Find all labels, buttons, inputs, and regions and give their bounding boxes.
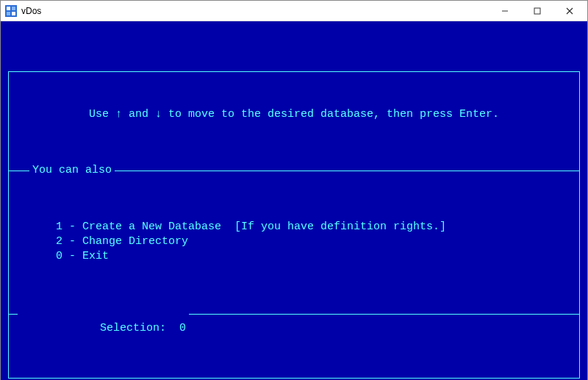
- app-icon: [5, 5, 17, 17]
- window-title: vDos: [21, 6, 41, 16]
- menu-box: Use ↑ and ↓ to move to the desired datab…: [8, 71, 580, 379]
- selection-value[interactable]: 0: [179, 322, 186, 334]
- svg-rect-4: [12, 12, 15, 15]
- app-window: vDos Use ↑ and ↓ to move to the desired …: [0, 0, 588, 380]
- menu-option[interactable]: 1 - Create a New Database [If you have d…: [56, 220, 579, 234]
- titlebar: vDos: [1, 1, 587, 21]
- maximize-button[interactable]: [521, 1, 553, 21]
- svg-rect-6: [534, 8, 540, 14]
- svg-rect-2: [12, 7, 15, 10]
- selection-label: Selection:: [100, 322, 166, 334]
- menu-option[interactable]: 0 - Exit: [56, 249, 579, 264]
- minimize-button[interactable]: [489, 1, 521, 21]
- svg-rect-3: [7, 12, 10, 15]
- selection-row: Selection: 0: [9, 314, 579, 315]
- options-box: You can also 1 - Create a New Database […: [9, 171, 579, 344]
- menu-option[interactable]: 2 - Change Directory: [56, 234, 579, 249]
- terminal-area[interactable]: Use ↑ and ↓ to move to the desired datab…: [1, 21, 587, 380]
- svg-rect-1: [7, 7, 10, 10]
- options-legend: You can also: [29, 163, 115, 178]
- close-button[interactable]: [553, 1, 586, 21]
- instruction-text: Use ↑ and ↓ to move to the desired datab…: [9, 106, 579, 126]
